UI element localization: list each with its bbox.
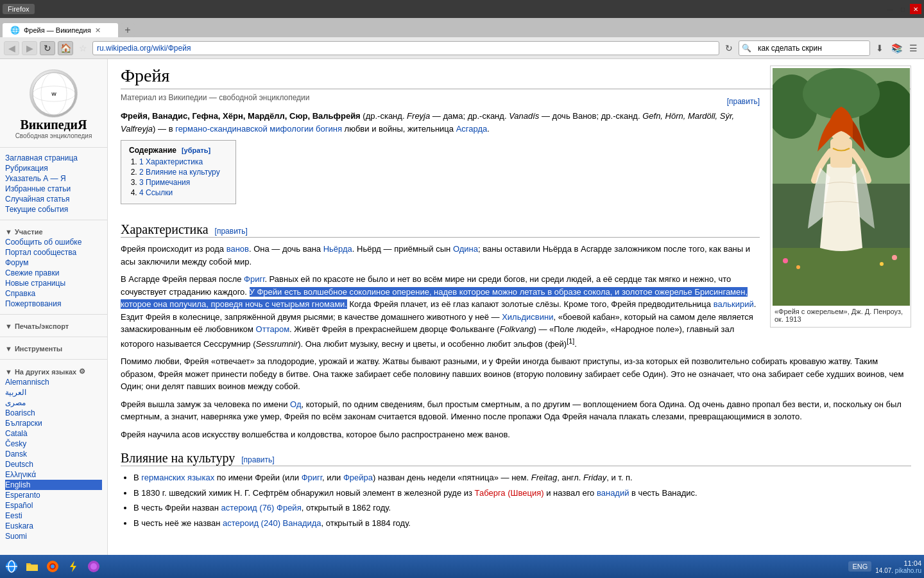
tab-close-button[interactable]: ✕ [95, 26, 101, 35]
nav-bar: ◀ ▶ ↻ 🏠 ☆ ↻ 🔍 ⬇ 📚 ☰ [0, 37, 924, 59]
link-taberg[interactable]: Таберга (Швеция) [475, 488, 544, 498]
link-od[interactable]: Од [290, 399, 301, 409]
svg-point-12 [796, 265, 800, 269]
maximize-button[interactable]: □ [897, 4, 909, 14]
link-asteroid76[interactable]: астероид (76) Фрейя [221, 503, 302, 512]
svg-text:W: W [51, 91, 56, 97]
sidebar-link-forum[interactable]: Форум [5, 258, 102, 268]
link-valkyries[interactable]: валькирий [714, 299, 754, 309]
toc-link-3[interactable]: 3 Примечания [139, 178, 190, 187]
para3: Помимо любви, Фрейя «отвечает» за плодор… [121, 355, 911, 393]
sidebar-link-report[interactable]: Сообщить об ошибке [5, 237, 102, 247]
toc-link-4[interactable]: 4 Ссылки [139, 188, 173, 197]
toc-hide-button[interactable]: [убрать] [182, 146, 210, 154]
toc-list: 1 Характеристика 2 Влияние на культуру 3… [129, 157, 228, 197]
menu-icon[interactable]: ☰ [906, 41, 920, 55]
lang-bulgarian[interactable]: Български [5, 418, 102, 428]
toc-item-4: 4 Ссылки [139, 188, 228, 197]
link-vanadiy[interactable]: ванадий [597, 488, 629, 498]
svg-point-11 [783, 258, 788, 263]
active-tab[interactable]: 🌐 Фрейя — Википедия ✕ [3, 23, 118, 37]
lang-dansk[interactable]: Dansk [5, 449, 102, 459]
bookmark-icon[interactable]: ☆ [76, 41, 90, 55]
link-odin[interactable]: Одина [453, 244, 478, 254]
lang-english[interactable]: English [5, 480, 102, 490]
home-button[interactable]: 🏠 [58, 41, 73, 55]
print-arrow: ▼ [5, 322, 12, 330]
sidebar-link-changes[interactable]: Свежие правки [5, 268, 102, 278]
sidebar-link-featured[interactable]: Избранные статьи [5, 184, 102, 194]
lang-boarisch[interactable]: Boarisch [5, 408, 102, 418]
taskbar-app-icon[interactable] [85, 557, 103, 575]
link-ottar[interactable]: Оттаром [256, 324, 290, 334]
link-freyr[interactable]: Фрейра [343, 473, 373, 482]
sidebar-link-help[interactable]: Справка [5, 288, 102, 299]
lang-alemannisch[interactable]: Alemannisch [5, 377, 102, 387]
highlighted-text: У Фрейи есть волшебное соколиное оперени… [121, 287, 748, 310]
section1-edit-link[interactable]: [править] [215, 227, 248, 236]
list-item-4: В честь неё же назван астероид (240) Ван… [133, 517, 911, 530]
link-hildisvini[interactable]: Хильдисвини [502, 312, 553, 322]
taskbar-ie-icon[interactable] [3, 557, 21, 575]
para4: Фрейя вышла замуж за человека по имени О… [121, 398, 911, 423]
svg-point-26 [90, 563, 97, 570]
link-germanic[interactable]: германских языках [141, 473, 214, 482]
download-icon[interactable]: ⬇ [873, 41, 887, 55]
back-button[interactable]: ◀ [4, 41, 19, 55]
sidebar-link-main[interactable]: Заглавная страница [5, 153, 102, 163]
refresh-icon[interactable]: ↻ [722, 41, 736, 55]
taskbar-lightning-icon[interactable] [64, 557, 82, 575]
sidebar-link-donate[interactable]: Пожертвования [5, 299, 102, 309]
sidebar-link-rubrics[interactable]: Рубрикация [5, 163, 102, 173]
taskbar-firefox-icon[interactable] [44, 557, 62, 575]
link-asgard[interactable]: Асгарда [456, 124, 488, 134]
search-bar[interactable] [754, 41, 869, 55]
url-bar[interactable] [92, 41, 719, 55]
taskbar-time-value: 11:04 [875, 559, 921, 567]
list-item-2: В 1830 г. шведский химик Н. Г. Сефтрём о… [133, 487, 911, 500]
lang-esperanto[interactable]: Esperanto [5, 490, 102, 500]
forward-button[interactable]: ▶ [22, 41, 37, 55]
close-button[interactable]: ✕ [910, 4, 921, 14]
taskbar-folder-icon[interactable] [23, 557, 41, 575]
lang-greek[interactable]: Ελληνικά [5, 469, 102, 480]
link-frigg2[interactable]: Фригг [302, 473, 322, 482]
sidebar-link-portal[interactable]: Портал сообщества [5, 247, 102, 258]
link-frigg[interactable]: Фригг [244, 274, 264, 284]
new-tab-button[interactable]: + [121, 23, 135, 37]
sidebar-link-current[interactable]: Текущие события [5, 204, 102, 215]
lang-catala[interactable]: Català [5, 428, 102, 439]
article-image-box: «Фрейя с ожерельем», Дж. Д. Пенроуз, ок.… [770, 66, 911, 328]
lang-eesti[interactable]: Eesti [5, 511, 102, 521]
bookmarks-icon[interactable]: 📚 [889, 41, 903, 55]
lang-arabic[interactable]: العربية [5, 387, 102, 398]
link-goddess[interactable]: богиня [316, 124, 342, 134]
link-vany[interactable]: ванов [227, 244, 249, 254]
lang-espanol[interactable]: Español [5, 500, 102, 511]
wiki-globe-icon: W [31, 71, 76, 116]
sidebar-link-index[interactable]: Указатель А — Я [5, 173, 102, 184]
sidebar-link-new-pages[interactable]: Новые страницы [5, 278, 102, 288]
section2-edit-link[interactable]: [править] [241, 455, 274, 464]
sidebar-link-random[interactable]: Случайная статья [5, 194, 102, 204]
lang-suomi[interactable]: Suomi [5, 531, 102, 541]
toc-link-1[interactable]: 1 Характеристика [139, 157, 203, 166]
minimize-button[interactable]: — [884, 4, 896, 14]
reload-button[interactable]: ↻ [40, 41, 55, 55]
lang-deutsch[interactable]: Deutsch [5, 459, 102, 469]
firefox-button[interactable]: Firefox [3, 4, 35, 14]
section2-header: Влияние на культуру [править] [121, 451, 911, 466]
link-njord[interactable]: Ньёрда [323, 244, 352, 254]
link-germanic-myth[interactable]: германо-скандинавской мифологии [175, 124, 313, 134]
svg-rect-20 [26, 565, 38, 571]
lang-masry[interactable]: مصرى [5, 398, 102, 408]
lang-settings-icon[interactable]: ⚙ [79, 367, 85, 376]
toc-link-2[interactable]: 2 Влияние на культуру [139, 168, 220, 177]
lang-euskara[interactable]: Euskara [5, 521, 102, 531]
top-edit-link[interactable]: [править] [727, 97, 760, 106]
link-asteroid240[interactable]: астероид (240) Ванадида [223, 518, 321, 528]
list-item-3: В честь Фрейи назван астероид (76) Фрейя… [133, 502, 911, 514]
lang-cesky[interactable]: Česky [5, 439, 102, 449]
toc-header: Содержание [убрать] [129, 146, 228, 155]
languages-arrow: ▼ [5, 368, 12, 376]
